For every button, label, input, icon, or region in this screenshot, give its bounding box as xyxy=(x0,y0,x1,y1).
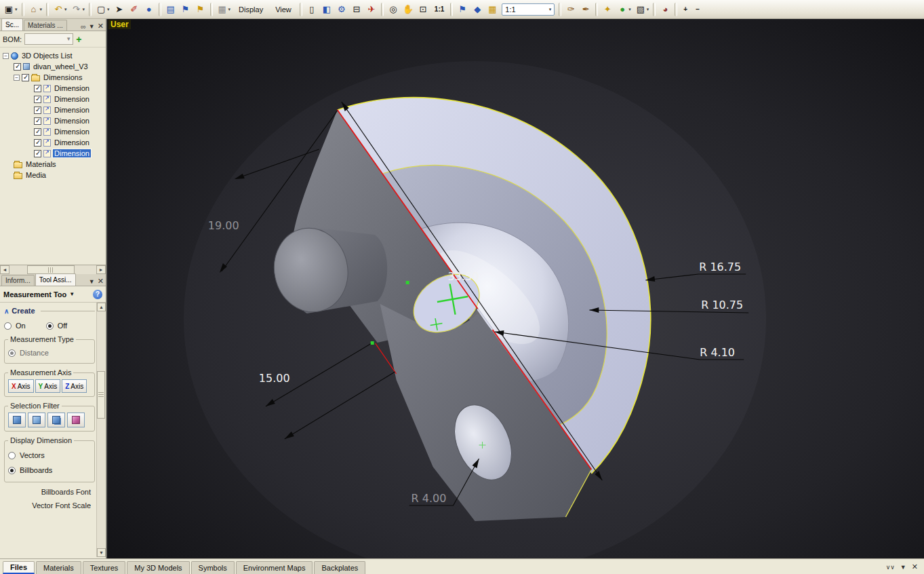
grid-icon[interactable]: ▦ ▾ xyxy=(216,2,233,17)
tree-item-dimension[interactable]: Dimension xyxy=(0,94,106,104)
scene-window-icon[interactable]: ▣ ▾ xyxy=(2,2,19,17)
scrollbar-thumb[interactable] xyxy=(97,371,105,419)
3d-viewport[interactable]: 19.00 33.50 15.00 R 16.75 R 10.75 R 4.10… xyxy=(106,19,924,558)
markup-pen-icon[interactable]: ✐ ▾ xyxy=(127,2,141,17)
tree-item-dimension[interactable]: Dimension xyxy=(0,148,106,159)
tree-item-model[interactable]: divan_wheel_V3 xyxy=(0,61,106,72)
scene-panel-tab[interactable]: Sc... xyxy=(1,18,23,31)
scale-combo[interactable]: 1:1 ▾ xyxy=(502,3,555,16)
create-section-header[interactable]: ∧ Create xyxy=(4,307,95,315)
visibility-checkbox[interactable] xyxy=(34,117,41,125)
author-pen2-icon[interactable]: ✒ ▾ xyxy=(579,2,592,17)
light-icon[interactable]: ✦ ▾ xyxy=(601,2,614,17)
visibility-checkbox[interactable] xyxy=(34,150,41,157)
tree-item-dimensions-folder[interactable]: − Dimensions xyxy=(0,72,106,83)
cursor-icon[interactable]: ➤ ▾ xyxy=(113,2,126,17)
visibility-checkbox[interactable] xyxy=(34,85,41,92)
tool-panel-tab[interactable]: Tool Assi... xyxy=(35,273,76,286)
panel-menu-icon[interactable]: ▼ xyxy=(900,564,906,571)
distance-radio[interactable] xyxy=(8,349,16,357)
zoom-out-icon[interactable]: − ▾ xyxy=(692,2,703,17)
settings-icon[interactable]: ⚙ ▾ xyxy=(335,2,348,17)
page-preview-icon[interactable]: ▯ ▾ xyxy=(305,2,319,17)
filter-cube-button[interactable] xyxy=(8,413,26,427)
billboards-radio[interactable] xyxy=(8,467,16,474)
zoom-in-icon[interactable]: + ▾ xyxy=(680,2,691,17)
marquee-select-icon[interactable]: ▢ ▾ xyxy=(94,2,111,17)
library-tab[interactable]: Textures xyxy=(83,561,126,574)
horizontal-scrollbar[interactable]: ◄ ► xyxy=(0,265,106,274)
on-radio[interactable] xyxy=(4,322,12,330)
tree-item-dimension[interactable]: Dimension xyxy=(0,137,106,148)
zoom-window-icon[interactable]: ⊡ ▾ xyxy=(416,2,430,17)
scroll-down-icon[interactable]: ▼ xyxy=(97,548,106,557)
backdrop-icon[interactable]: ▦ ▾ xyxy=(485,2,499,17)
home-icon[interactable]: ⌂ ▾ xyxy=(27,2,44,17)
library-tab[interactable]: Materials xyxy=(36,561,81,574)
redo-icon[interactable]: ↷ ▾ xyxy=(70,2,87,17)
print-icon[interactable]: ⊟ ▾ xyxy=(350,2,363,17)
tree-item-media[interactable]: Media xyxy=(0,170,106,180)
zoom-icon[interactable]: ◎ ▾ xyxy=(386,2,400,17)
material-sphere-icon[interactable]: ● ▾ xyxy=(616,2,632,17)
close-panel-icon[interactable]: ✕ xyxy=(912,562,918,571)
bom-add-button[interactable]: + xyxy=(76,34,81,45)
shaded-sphere-icon[interactable]: ● ▾ xyxy=(142,2,156,17)
bom-dropdown[interactable]: ▼ xyxy=(24,33,73,45)
filter-cube-button[interactable] xyxy=(28,413,45,427)
capture-icon[interactable]: ◧ ▾ xyxy=(320,2,334,17)
tree-item-dimension[interactable]: Dimension xyxy=(0,115,106,126)
visibility-checkbox[interactable] xyxy=(14,63,21,71)
axis-toggle-button[interactable]: Z Axis xyxy=(62,379,87,393)
axis-toggle-button[interactable]: Y Axis xyxy=(35,379,61,393)
publish-icon[interactable]: ✈ ▾ xyxy=(365,2,378,17)
visibility-checkbox[interactable] xyxy=(34,96,41,103)
vertical-scrollbar[interactable]: ▲ ▼ xyxy=(96,303,105,557)
shader-ball-icon[interactable]: ◕ ▾ xyxy=(658,2,672,17)
close-panel-icon[interactable]: ✕ xyxy=(98,277,104,286)
library-tab[interactable]: Environment Maps xyxy=(236,561,313,574)
tree-item-materials[interactable]: Materials xyxy=(0,159,106,170)
crop-icon[interactable]: ▧ ▾ xyxy=(634,2,651,17)
orientation-cube-icon[interactable]: ◆ ▾ xyxy=(470,2,484,17)
undo-icon[interactable]: ↶ ▾ xyxy=(52,2,68,17)
tree-item-dimension[interactable]: Dimension xyxy=(0,104,106,115)
library-tab[interactable]: Backplates xyxy=(314,561,365,574)
vectors-radio[interactable] xyxy=(8,452,16,459)
collapse-icon[interactable]: − xyxy=(14,75,20,81)
library-tab[interactable]: Files xyxy=(3,561,35,574)
axis-toggle-button[interactable]: X Axis xyxy=(8,379,34,393)
catalog-icon[interactable]: ▤ ▾ xyxy=(164,2,178,17)
help-icon[interactable]: ? xyxy=(93,290,102,299)
collapse-double-icon[interactable]: ∨∨ xyxy=(886,564,895,571)
panel-menu-icon[interactable]: ▼ xyxy=(89,278,95,285)
tree-item-dimension[interactable]: Dimension xyxy=(0,126,106,137)
camera-flag-icon[interactable]: ⚑ ▾ xyxy=(456,2,469,17)
close-panel-icon[interactable]: ✕ xyxy=(98,22,104,31)
visibility-checkbox[interactable] xyxy=(22,74,29,81)
flag-blue-icon[interactable]: ⚑ ▾ xyxy=(179,2,193,17)
author-pen-icon[interactable]: ✑ ▾ xyxy=(564,2,578,17)
find-icon[interactable]: ∞ xyxy=(81,22,86,31)
library-tab[interactable]: Symbols xyxy=(191,561,235,574)
flag-gold-icon[interactable]: ⚑ ▾ xyxy=(194,2,207,17)
pan-hand-icon[interactable]: ✋ ▾ xyxy=(401,2,415,17)
measurement-tool-header[interactable]: Measurement Too ▼ ? xyxy=(0,286,106,303)
scroll-up-icon[interactable]: ▲ xyxy=(97,303,106,311)
view-menu[interactable]: View ▾ xyxy=(270,2,297,17)
tool-panel-tab[interactable]: Inform... xyxy=(1,275,35,286)
display-menu[interactable]: Display ▾ xyxy=(233,2,268,17)
collapse-icon[interactable]: − xyxy=(3,53,9,59)
library-tab[interactable]: My 3D Models xyxy=(127,561,189,574)
off-radio[interactable] xyxy=(46,322,54,330)
filter-cube-button[interactable] xyxy=(67,413,85,427)
filter-cube-button[interactable] xyxy=(47,413,65,427)
visibility-checkbox[interactable] xyxy=(34,128,41,136)
zoom-actual-icon[interactable]: 1:1 ▾ xyxy=(431,2,447,17)
scroll-right-icon[interactable]: ► xyxy=(96,265,106,274)
visibility-checkbox[interactable] xyxy=(34,107,41,114)
tree-item-dimension[interactable]: Dimension xyxy=(0,83,106,94)
tree-item-root[interactable]: − 3D Objects List xyxy=(0,50,106,61)
panel-menu-icon[interactable]: ▼ xyxy=(89,23,95,30)
visibility-checkbox[interactable] xyxy=(34,139,41,147)
